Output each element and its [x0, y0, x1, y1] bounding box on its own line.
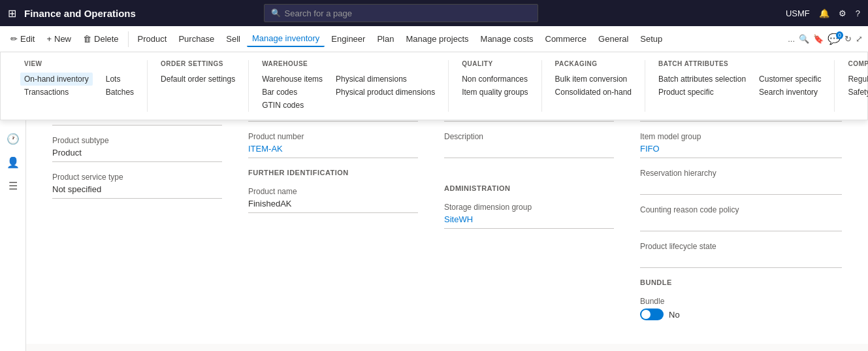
grid-icon[interactable]: ⊞	[8, 7, 16, 20]
tab-commerce[interactable]: Commerce	[540, 31, 592, 46]
mega-section-warehouse: WAREHOUSE Warehouse items Bar codes GTIN…	[249, 60, 449, 112]
tab-setup[interactable]: Setup	[635, 31, 667, 46]
tab-plan[interactable]: Plan	[372, 31, 399, 46]
bundle-section: BUNDLE Bundle No	[640, 278, 842, 320]
mega-view-col1: On-hand inventory Transactions	[24, 73, 93, 99]
product-service-type-value: Not specified	[52, 184, 222, 199]
reservation-hierarchy-label: Reservation hierarchy	[640, 169, 842, 178]
ribbon-bookmark-icon[interactable]: 🔖	[813, 34, 824, 44]
edit-icon: ✏	[10, 34, 18, 44]
description-field: Description	[444, 132, 614, 158]
toggle-knob	[641, 310, 651, 319]
product-service-type-field: Product service type Not specified	[52, 173, 222, 199]
top-bar: ⊞ Finance and Operations 🔍 USMF 🔔 ⚙ ?	[0, 0, 868, 26]
ribbon-notifications-icon[interactable]: 💬0	[828, 33, 841, 45]
tab-sell[interactable]: Sell	[221, 31, 246, 46]
mega-customer-specific[interactable]: Customer specific	[759, 73, 821, 86]
new-button[interactable]: + New	[41, 31, 76, 46]
mega-batch-cols: Batch attributes selection Product speci…	[658, 73, 821, 99]
search-icon: 🔍	[271, 8, 281, 18]
ribbon-refresh-icon[interactable]: ↻	[844, 34, 852, 44]
bundle-title: BUNDLE	[640, 278, 842, 286]
mega-item-quality-groups[interactable]: Item quality groups	[462, 86, 528, 99]
mega-warehouse-col1: Warehouse items Bar codes GTIN codes	[262, 73, 323, 112]
ribbon: ✏ Edit + New 🗑 Delete Product Purchase S…	[0, 26, 868, 52]
mega-batch-attributes-selection[interactable]: Batch attributes selection	[658, 73, 746, 86]
mega-batches[interactable]: Batches	[106, 86, 134, 99]
mega-section-view-title: VIEW	[24, 60, 134, 67]
mega-physical-dimensions[interactable]: Physical dimensions	[336, 73, 435, 86]
mega-on-hand-inventory[interactable]: On-hand inventory	[20, 73, 93, 86]
mega-bar-codes[interactable]: Bar codes	[262, 86, 323, 99]
user-label[interactable]: USMF	[786, 8, 810, 18]
edit-button[interactable]: ✏ Edit	[5, 31, 40, 46]
delete-button[interactable]: 🗑 Delete	[78, 31, 124, 46]
description-label: Description	[444, 132, 614, 141]
product-service-type-label: Product service type	[52, 173, 222, 182]
tab-purchase[interactable]: Purchase	[173, 31, 219, 46]
counting-reason-code-policy-label: Counting reason code policy	[640, 205, 842, 214]
ribbon-right: ... 🔍 🔖 💬0 ↻ ⤢	[788, 33, 863, 45]
bundle-label: Bundle	[640, 297, 842, 306]
product-number-value[interactable]: ITEM-AK	[248, 144, 418, 158]
ribbon-search-icon[interactable]: 🔍	[799, 34, 809, 44]
product-name-field: Product name FinishedAK	[248, 187, 418, 213]
mega-warehouse-cols: Warehouse items Bar codes GTIN codes Phy…	[262, 73, 435, 112]
mega-default-order-settings[interactable]: Default order settings	[161, 73, 235, 86]
mega-physical-product-dimensions[interactable]: Physical product dimensions	[336, 86, 435, 99]
item-model-group-label: Item model group	[640, 132, 842, 141]
mega-compliance-cols: Regulated products Safety data sheet Res…	[848, 73, 868, 99]
product-lifecycle-state-value	[640, 254, 842, 268]
search-box[interactable]: 🔍	[264, 4, 538, 22]
mega-bulk-item-conversion[interactable]: Bulk item conversion	[555, 73, 632, 86]
mega-regulated-products[interactable]: Regulated products	[848, 73, 868, 86]
mega-non-conformances[interactable]: Non conformances	[462, 73, 528, 86]
help-icon[interactable]: ?	[856, 8, 860, 18]
mega-product-specific[interactable]: Product specific	[658, 86, 746, 99]
storage-dimension-group-value[interactable]: SiteWH	[444, 214, 614, 229]
mega-compliance-col1: Regulated products Safety data sheet	[848, 73, 868, 99]
mega-consolidated-on-hand[interactable]: Consolidated on-hand	[555, 86, 632, 99]
settings-icon[interactable]: ⚙	[839, 8, 846, 18]
product-subtype-label: Product subtype	[52, 136, 222, 145]
mega-packaging-items: Bulk item conversion Consolidated on-han…	[555, 73, 632, 99]
sidebar-modules-icon[interactable]: ☰	[3, 175, 24, 196]
mega-safety-data-sheet[interactable]: Safety data sheet	[848, 86, 868, 99]
tab-manage-inventory[interactable]: Manage inventory	[247, 31, 325, 47]
tab-engineer[interactable]: Engineer	[326, 31, 370, 46]
mega-packaging-title: PACKAGING	[555, 60, 632, 67]
mega-menu: VIEW On-hand inventory Transactions Lots…	[0, 52, 868, 120]
further-identification-title: FURTHER IDENTIFICATION	[248, 169, 418, 176]
tab-product[interactable]: Product	[133, 31, 172, 46]
ribbon-fullscreen-icon[interactable]: ⤢	[856, 34, 863, 44]
further-identification-section: FURTHER IDENTIFICATION Product name Fini…	[248, 169, 418, 213]
mega-batch-col1: Batch attributes selection Product speci…	[658, 73, 746, 99]
product-lifecycle-state-field: Product lifecycle state	[640, 242, 842, 268]
sidebar-workspace-icon[interactable]: 👤	[3, 152, 24, 173]
ribbon-separator	[128, 31, 129, 47]
mega-transactions[interactable]: Transactions	[24, 86, 93, 99]
mega-warehouse-items[interactable]: Warehouse items	[262, 73, 323, 86]
mega-batch-attributes-title: BATCH ATTRIBUTES	[658, 60, 821, 67]
mega-gtin-codes[interactable]: GTIN codes	[262, 99, 323, 112]
mega-quality-title: QUALITY	[462, 60, 528, 67]
tab-general[interactable]: General	[593, 31, 634, 46]
mega-lots[interactable]: Lots	[106, 73, 134, 86]
mega-search-inventory[interactable]: Search inventory	[759, 86, 821, 99]
reservation-hierarchy-field: Reservation hierarchy	[640, 169, 842, 195]
more-icon[interactable]: ...	[788, 34, 795, 44]
product-lifecycle-state-label: Product lifecycle state	[640, 242, 842, 251]
tab-manage-costs[interactable]: Manage costs	[475, 31, 539, 46]
item-model-group-value[interactable]: FIFO	[640, 144, 842, 158]
mega-compliance-title: COMPLIANCE	[848, 60, 868, 67]
sidebar-recent-icon[interactable]: 🕐	[3, 128, 24, 149]
bell-icon[interactable]: 🔔	[819, 8, 829, 18]
mega-section-view: VIEW On-hand inventory Transactions Lots…	[11, 60, 148, 112]
search-input[interactable]	[285, 8, 531, 18]
description-value	[444, 144, 614, 158]
reservation-hierarchy-value	[640, 180, 842, 195]
tab-manage-projects[interactable]: Manage projects	[400, 31, 474, 46]
bundle-toggle[interactable]	[640, 309, 664, 320]
mega-section-packaging: PACKAGING Bulk item conversion Consolida…	[542, 60, 645, 112]
mega-batch-col2: Customer specific Search inventory	[759, 73, 821, 99]
